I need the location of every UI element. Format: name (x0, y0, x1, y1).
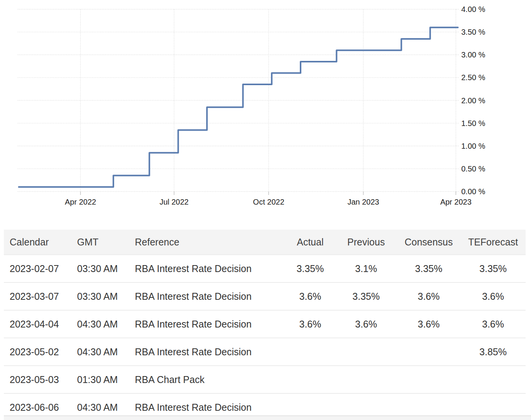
reference-link[interactable]: RBA Interest Rate Decision (129, 255, 285, 282)
previous-cell (335, 338, 397, 366)
actual-cell (285, 366, 335, 393)
table-row: 2023-04-0404:30 AMRBA Interest Rate Deci… (4, 310, 526, 338)
calendar-cell: 2023-02-07 (4, 255, 71, 282)
actual-cell: 3.6% (285, 282, 335, 310)
x-tick-label: Jan 2023 (348, 198, 379, 206)
consensus-cell: 3.6% (397, 282, 460, 310)
gmt-cell: 01:30 AM (71, 366, 129, 393)
y-tick-label: 2.00 % (461, 96, 485, 105)
col-header-previous: Previous (335, 230, 397, 255)
rate-chart-svg: 0.00 %0.50 %1.00 %1.50 %2.00 %2.50 %3.00… (0, 0, 531, 216)
y-tick-label: 2.50 % (461, 73, 485, 82)
teforecast-cell: 3.6% (460, 282, 526, 310)
teforecast-cell (460, 366, 526, 393)
previous-cell: 3.35% (335, 282, 397, 310)
teforecast-cell: 3.85% (460, 338, 526, 366)
y-tick-label: 1.50 % (461, 119, 485, 128)
gmt-cell: 04:30 AM (71, 338, 129, 366)
reference-link[interactable]: RBA Interest Rate Decision (129, 310, 285, 338)
col-header-actual: Actual (285, 230, 335, 255)
col-header-calendar: Calendar (4, 230, 71, 255)
reference-link[interactable]: RBA Interest Rate Decision (129, 338, 285, 366)
rate-chart: 0.00 %0.50 %1.00 %1.50 %2.00 %2.50 %3.00… (0, 0, 531, 216)
y-tick-label: 3.50 % (461, 28, 485, 36)
consensus-cell (397, 338, 460, 366)
table-row: 2023-05-0301:30 AMRBA Chart Pack (4, 366, 526, 393)
reference-link[interactable]: RBA Chart Pack (129, 366, 285, 393)
y-tick-label: 0.00 % (461, 187, 485, 196)
calendar-table: Calendar GMT Reference Actual Previous C… (4, 230, 526, 420)
actual-cell: 3.35% (285, 255, 335, 282)
y-tick-label: 0.50 % (461, 165, 485, 173)
col-header-consensus: Consensus (397, 230, 460, 255)
actual-cell (285, 338, 335, 366)
calendar-cell: 2023-04-04 (4, 310, 71, 338)
previous-cell: 3.1% (335, 255, 397, 282)
gmt-cell: 03:30 AM (71, 255, 129, 282)
y-tick-label: 4.00 % (461, 5, 485, 13)
previous-cell: 3.6% (335, 310, 397, 338)
col-header-teforecast: TEForecast (460, 230, 526, 255)
table-row: 2023-05-0204:30 AMRBA Interest Rate Deci… (4, 338, 526, 366)
previous-cell (335, 366, 397, 393)
col-header-gmt: GMT (71, 230, 129, 255)
consensus-cell: 3.6% (397, 310, 460, 338)
consensus-cell: 3.35% (397, 255, 460, 282)
rate-step-line (19, 27, 458, 187)
x-tick-label: Apr 2022 (65, 198, 96, 206)
x-tick-label: Jul 2022 (160, 198, 189, 206)
gmt-cell: 04:30 AM (71, 310, 129, 338)
reference-link[interactable]: RBA Interest Rate Decision (129, 282, 285, 310)
y-tick-label: 3.00 % (461, 50, 485, 59)
gmt-cell: 03:30 AM (71, 282, 129, 310)
calendar-cell: 2023-05-02 (4, 338, 71, 366)
table-header-row: Calendar GMT Reference Actual Previous C… (4, 230, 526, 255)
x-tick-label: Apr 2023 (440, 198, 471, 206)
consensus-cell (397, 366, 460, 393)
calendar-cell: 2023-05-03 (4, 366, 71, 393)
actual-cell: 3.6% (285, 310, 335, 338)
calendar-section: Calendar GMT Reference Actual Previous C… (4, 230, 526, 420)
teforecast-cell: 3.6% (460, 310, 526, 338)
x-tick-label: Oct 2022 (253, 198, 284, 206)
y-tick-label: 1.00 % (461, 142, 485, 150)
calendar-cell: 2023-03-07 (4, 282, 71, 310)
col-header-reference: Reference (129, 230, 285, 255)
table-row: 2023-02-0703:30 AMRBA Interest Rate Deci… (4, 255, 526, 282)
next-section-edge (4, 415, 531, 420)
table-row: 2023-03-0703:30 AMRBA Interest Rate Deci… (4, 282, 526, 310)
calendar-table-body: 2023-02-0703:30 AMRBA Interest Rate Deci… (4, 255, 526, 420)
teforecast-cell: 3.35% (460, 255, 526, 282)
